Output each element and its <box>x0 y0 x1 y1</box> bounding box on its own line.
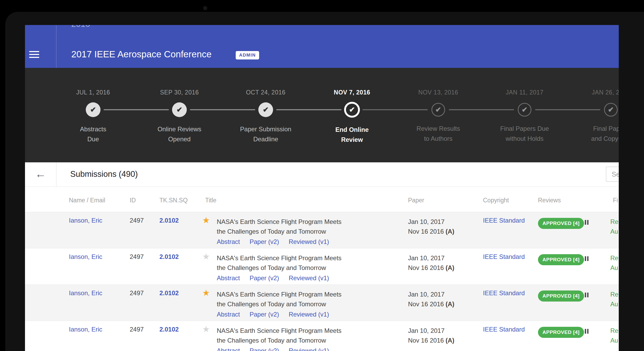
document-links: Abstract Paper (v2) Reviewed (v1) <box>217 273 341 283</box>
final-status-link[interactable]: Re Au <box>610 253 618 273</box>
star-icon[interactable]: ★ <box>202 288 210 298</box>
previous-year-fragment: 2016 <box>71 25 90 29</box>
author-link[interactable]: Ianson, Eric <box>69 217 102 224</box>
copyright-link[interactable]: IEEE Standard <box>483 289 525 297</box>
reviewed-version-link[interactable]: Reviewed (v1) <box>289 311 329 318</box>
submissions-bar: ← Submissions (490) <box>25 162 619 187</box>
accepted-flag: (A) <box>446 300 454 308</box>
paper-title-line2: the Challenges of Today and Tomorrow <box>217 227 341 236</box>
milestone-label: Final Papers and Copyright <box>577 124 619 144</box>
check-circle-icon: ✔ <box>86 102 100 117</box>
milestone-label: Final Papers Due without Holds <box>490 124 559 144</box>
timeline-milestone[interactable]: JAN 26, 2017 ✔ Final Papers and Copyrigh… <box>577 68 619 144</box>
search-input[interactable] <box>606 167 619 182</box>
author-link[interactable]: Ianson, Eric <box>69 289 102 297</box>
column-header-reviews: Reviews <box>538 197 561 204</box>
paper-date-due: Jan 10, 2017 <box>408 253 454 263</box>
paper-date-due: Jan 10, 2017 <box>408 289 454 299</box>
approved-badge[interactable]: APPROVED [4] <box>538 327 584 338</box>
check-icon: ✔ <box>608 106 614 114</box>
final-status-link[interactable]: Re Au <box>610 289 618 309</box>
app-bar: 2016 2017 IEEE Aerospace Conference ADMI… <box>25 25 619 68</box>
star-icon[interactable]: ★ <box>202 215 210 225</box>
pause-icon <box>585 329 588 334</box>
paper-title: NASA's Earth Science Flight Program Meet… <box>217 326 341 351</box>
milestone-date: OCT 24, 2016 <box>232 89 300 96</box>
column-header-title: Title <box>205 197 217 204</box>
paper-version-link[interactable]: Paper (v2) <box>250 238 279 245</box>
milestone-date: NOV 7, 2016 <box>318 89 386 96</box>
accepted-flag: (A) <box>446 228 454 235</box>
milestone-label: Paper Submission Deadline <box>232 124 300 144</box>
paper-date-due: Jan 10, 2017 <box>408 326 454 335</box>
check-circle-icon: ✔ <box>431 103 445 117</box>
back-arrow-icon[interactable]: ← <box>35 168 46 180</box>
reviewed-version-link[interactable]: Reviewed (v1) <box>289 238 329 245</box>
milestone-label: Abstracts Due <box>59 124 127 144</box>
track-session-seq-link[interactable]: 2.0102 <box>159 326 179 333</box>
track-session-seq-link[interactable]: 2.0102 <box>159 289 179 297</box>
paper-dates: Jan 10, 2017 Nov 16 2016 (A) <box>408 253 454 273</box>
accepted-flag: (A) <box>446 337 454 344</box>
document-links: Abstract Paper (v2) Reviewed (v1) <box>217 309 341 319</box>
paper-date-due: Jan 10, 2017 <box>408 217 454 227</box>
reviewed-version-link[interactable]: Reviewed (v1) <box>289 274 329 282</box>
paper-title-line1: NASA's Earth Science Flight Program Meet… <box>217 326 341 335</box>
author-link[interactable]: Ianson, Eric <box>69 326 102 333</box>
app-bar-divider <box>56 25 57 68</box>
paper-dates: Jan 10, 2017 Nov 16 2016 (A) <box>408 217 454 236</box>
paper-version-link[interactable]: Paper (v2) <box>250 311 279 318</box>
abstract-link[interactable]: Abstract <box>217 238 240 245</box>
star-icon[interactable]: ★ <box>202 252 210 262</box>
submissions-title: Submissions (490) <box>70 169 138 179</box>
track-session-seq-link[interactable]: 2.0102 <box>159 217 179 224</box>
submission-id: 2497 <box>130 326 144 333</box>
paper-title-line2: the Challenges of Today and Tomorrow <box>217 299 341 309</box>
star-icon[interactable]: ★ <box>202 324 210 334</box>
milestone-label: Online Reviews Opened <box>145 124 214 144</box>
table-row: Ianson, Eric 2497 2.0102 ★ NASA's Earth … <box>25 248 619 284</box>
check-icon: ✔ <box>349 106 355 114</box>
timeline-milestone[interactable]: JUL 1, 2016 ✔ Abstracts Due <box>59 68 127 144</box>
paper-version-link[interactable]: Paper (v2) <box>250 274 279 282</box>
track-session-seq-link[interactable]: 2.0102 <box>159 253 179 260</box>
paper-version-link[interactable]: Paper (v2) <box>250 347 279 351</box>
approved-badge[interactable]: APPROVED [4] <box>538 254 584 265</box>
milestone-date: JAN 26, 2017 <box>577 89 619 96</box>
paper-date-submitted: Nov 16 2016 (A) <box>408 263 454 273</box>
milestone-label: End Online Review <box>318 125 386 145</box>
paper-title-line1: NASA's Earth Science Flight Program Meet… <box>217 289 341 299</box>
copyright-link[interactable]: IEEE Standard <box>483 253 525 260</box>
column-header-final: Fi <box>613 197 618 204</box>
abstract-link[interactable]: Abstract <box>217 311 240 318</box>
author-link[interactable]: Ianson, Eric <box>69 253 102 260</box>
milestone-date: JUL 1, 2016 <box>59 89 127 96</box>
abstract-link[interactable]: Abstract <box>217 347 240 351</box>
reviews-cell: APPROVED [4] <box>538 254 584 265</box>
milestone-date: SEP 30, 2016 <box>145 89 214 96</box>
final-status-link[interactable]: Re Au <box>610 217 618 236</box>
submissions-table: Ianson, Eric 2497 2.0102 ★ NASA's Earth … <box>25 212 619 351</box>
approved-badge[interactable]: APPROVED [4] <box>538 290 584 302</box>
paper-date-submitted: Nov 16 2016 (A) <box>408 299 454 309</box>
timeline-milestone[interactable]: OCT 24, 2016 ✔ Paper Submission Deadline <box>232 68 300 144</box>
timeline-milestone[interactable]: SEP 30, 2016 ✔ Online Reviews Opened <box>145 68 214 144</box>
final-status-link[interactable]: Re Au <box>610 326 618 345</box>
table-row: Ianson, Eric 2497 2.0102 ★ NASA's Earth … <box>25 212 619 248</box>
column-header-tksnsq: TK.SN.SQ <box>159 197 188 204</box>
abstract-link[interactable]: Abstract <box>217 274 240 282</box>
paper-title: NASA's Earth Science Flight Program Meet… <box>217 217 341 247</box>
timeline-milestone[interactable]: JAN 11, 2017 ✔ Final Papers Due without … <box>490 68 559 144</box>
accepted-flag: (A) <box>446 264 454 271</box>
timeline-milestone[interactable]: NOV 13, 2016 ✔ Review Results to Authors <box>404 68 472 144</box>
timeline-milestone[interactable]: NOV 7, 2016 ✔ End Online Review <box>318 68 386 145</box>
reviewed-version-link[interactable]: Reviewed (v1) <box>289 347 329 351</box>
milestone-date: NOV 13, 2016 <box>404 89 472 96</box>
copyright-link[interactable]: IEEE Standard <box>483 217 525 224</box>
menu-icon[interactable] <box>29 51 39 58</box>
document-links: Abstract Paper (v2) Reviewed (v1) <box>217 237 341 247</box>
copyright-link[interactable]: IEEE Standard <box>483 326 525 333</box>
admin-badge: ADMIN <box>236 51 259 59</box>
submission-id: 2497 <box>130 289 144 297</box>
approved-badge[interactable]: APPROVED [4] <box>538 218 584 229</box>
